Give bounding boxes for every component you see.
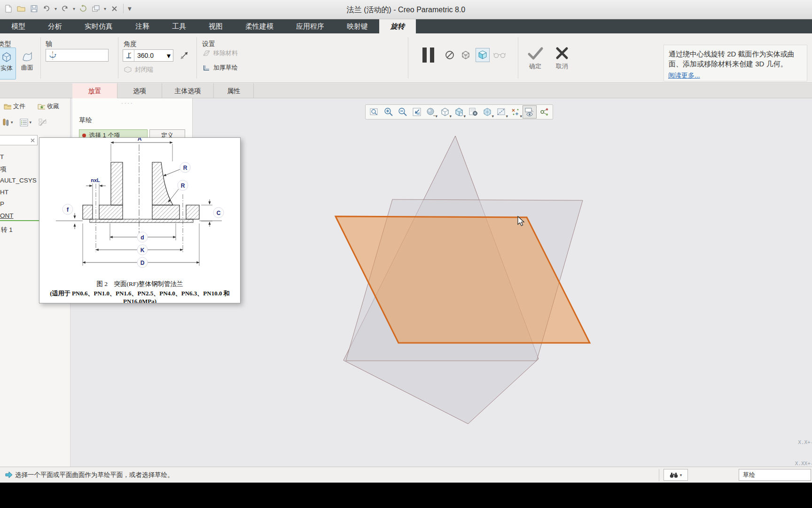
axis-group-label: 轴 — [46, 40, 52, 48]
appearance-icon[interactable]: ▾ — [424, 105, 438, 119]
tree-filter-disabled-icon — [38, 118, 47, 127]
angle-dropdown-icon[interactable]: ▾ — [167, 51, 173, 60]
tolerance-line: X.X+-0 — [756, 439, 812, 446]
read-more-link[interactable]: 阅读更多... — [668, 71, 700, 80]
angle-value[interactable]: 360.0 — [134, 52, 167, 59]
folder-browser-button[interactable]: 文件 — [4, 102, 25, 111]
tree-item-front-selected[interactable]: ONT — [0, 212, 14, 219]
ok-button[interactable]: 确定 — [526, 46, 544, 71]
letterbox-bar — [0, 483, 812, 508]
figure-caption-sub: (适用于 PN0.6、PN1.0、PN1.6、PN2.5、PN4.0、PN6.3… — [39, 289, 240, 303]
refit-icon[interactable] — [410, 105, 424, 119]
folder-icon — [4, 103, 11, 110]
figure-caption: 图 2 突面(RF)整体钢制管法兰 — [39, 280, 240, 288]
mouse-cursor — [517, 216, 527, 227]
sketch-section-label: 草绘 — [79, 116, 92, 125]
surface-icon — [21, 50, 33, 63]
zoom-region-icon[interactable] — [367, 105, 382, 119]
angle-combobox[interactable]: 360.0 ▾ — [123, 49, 173, 62]
tree-item-design[interactable]: 项 — [0, 165, 7, 174]
tree-list-icon[interactable]: ▾ — [20, 119, 32, 127]
tab-flex-modeling[interactable]: 柔性建模 — [234, 19, 285, 33]
datum-display-icon[interactable]: ▾ — [508, 105, 523, 119]
no-preview-button[interactable] — [443, 48, 457, 62]
tree-item-revolve-1[interactable]: 转 1 — [1, 226, 13, 234]
folder-browser-label: 文件 — [13, 102, 25, 111]
tree-item-right[interactable]: HT — [0, 189, 8, 196]
search-tool-button[interactable]: ▾ — [664, 469, 688, 481]
dim-label-nxl: nxL — [91, 177, 100, 183]
settings-group-label: 设置 — [202, 40, 215, 48]
tab-properties[interactable]: 属性 — [214, 83, 254, 98]
annotation-display-icon[interactable] — [523, 105, 537, 119]
dim-label-d: d — [141, 234, 144, 241]
solid-label: 实体 — [0, 64, 13, 72]
flange-section-drawing: A nxL f — [39, 138, 241, 279]
cancel-button[interactable]: 取消 — [554, 46, 570, 71]
dim-label-k: K — [141, 247, 145, 254]
tree-item-default-csys[interactable]: AULT_CSYS — [0, 177, 37, 184]
creo-application-window: ▾ ▾ ▾ ▼ 法兰 (活动的) - Creo Parametric 8.0 模… — [0, 0, 812, 483]
surface-button[interactable]: 曲面 — [18, 48, 37, 79]
tab-model[interactable]: 模型 — [0, 19, 37, 33]
ok-check-icon — [526, 46, 544, 61]
status-separator — [659, 469, 659, 481]
display-style-icon[interactable]: ▾ — [480, 105, 494, 119]
reference-image-window[interactable]: A nxL f — [39, 137, 241, 303]
view-orientation-icon[interactable]: ▾ — [452, 105, 466, 119]
saved-views-icon[interactable]: ▾ — [438, 105, 452, 119]
tree-search-box[interactable] — [0, 135, 38, 145]
shaded-preview-button[interactable] — [476, 48, 490, 62]
revolve-dashboard: 类型 实体 曲面 轴 角度 360.0 ▾ 封闭端 — [0, 33, 812, 83]
tab-analysis[interactable]: 分析 — [37, 19, 73, 33]
axis-collector-field[interactable] — [46, 49, 109, 62]
dim-label-dd: D — [141, 260, 145, 266]
remove-material-label: 移除材料 — [213, 49, 238, 57]
tab-view[interactable]: 视图 — [197, 19, 234, 33]
required-dot-icon — [82, 134, 86, 137]
tab-revolve-active[interactable]: 旋转 — [379, 19, 416, 33]
favorites-folder-icon — [38, 103, 45, 110]
zoom-in-icon[interactable] — [382, 105, 396, 119]
tab-tools[interactable]: 工具 — [161, 19, 197, 33]
dashboard-tab-row: 放置 选项 主体选项 属性 — [0, 83, 812, 98]
tab-body-options[interactable]: 主体选项 — [162, 83, 214, 98]
tab-placement[interactable]: 放置 — [72, 83, 117, 98]
tab-live-sim[interactable]: 实时仿真 — [73, 19, 124, 33]
surface-label: 曲面 — [21, 64, 33, 72]
dim-label-r2: R — [181, 183, 185, 189]
dim-label-c: C — [217, 210, 221, 216]
solid-icon — [0, 51, 13, 63]
capture-icon[interactable] — [466, 105, 480, 119]
panel-grip-handle[interactable]: ···· — [121, 100, 134, 106]
tree-tools-icon[interactable]: ▾ — [2, 118, 13, 127]
pause-button[interactable] — [422, 48, 434, 63]
search-dropdown-icon[interactable]: ▾ — [680, 473, 682, 477]
tree-item-top[interactable]: P — [0, 200, 4, 207]
solid-button[interactable]: 实体 — [0, 48, 16, 79]
tab-annotate[interactable]: 注释 — [124, 19, 161, 33]
spin-center-icon[interactable] — [537, 105, 551, 119]
zoom-out-icon[interactable] — [396, 105, 410, 119]
clear-search-icon[interactable] — [30, 138, 35, 143]
thicken-sketch-label: 加厚草绘 — [213, 64, 238, 72]
status-message: 选择一个平面或平面曲面作为草绘平面，或者选择草绘。 — [15, 471, 174, 479]
flip-direction-button[interactable] — [176, 49, 193, 62]
tab-options[interactable]: 选项 — [117, 83, 162, 98]
tab-applications[interactable]: 应用程序 — [285, 19, 336, 33]
prompt-arrow-icon — [5, 471, 13, 479]
section-icon[interactable]: ▾ — [494, 105, 508, 119]
selection-filter-box[interactable]: 草绘 — [739, 469, 811, 481]
favorites-label: 收藏 — [47, 102, 59, 111]
status-bar: 选择一个平面或平面曲面作为草绘平面，或者选择草绘。 ▾ 草绘 — [0, 467, 812, 483]
revolve-axis-icon — [48, 51, 57, 60]
favorites-button[interactable]: 收藏 — [38, 102, 59, 111]
angle-option-icon[interactable] — [123, 50, 134, 61]
cancel-x-icon — [554, 46, 570, 61]
glasses-verify-icon — [492, 48, 507, 62]
thicken-sketch-option[interactable]: 加厚草绘 — [202, 64, 238, 72]
titlebar: ▾ ▾ ▾ ▼ 法兰 (活动的) - Creo Parametric 8.0 — [0, 0, 812, 19]
tab-mapkeys[interactable]: 映射键 — [336, 19, 379, 33]
tree-item-part[interactable]: T — [0, 153, 4, 160]
wireframe-preview-button[interactable] — [459, 48, 473, 62]
